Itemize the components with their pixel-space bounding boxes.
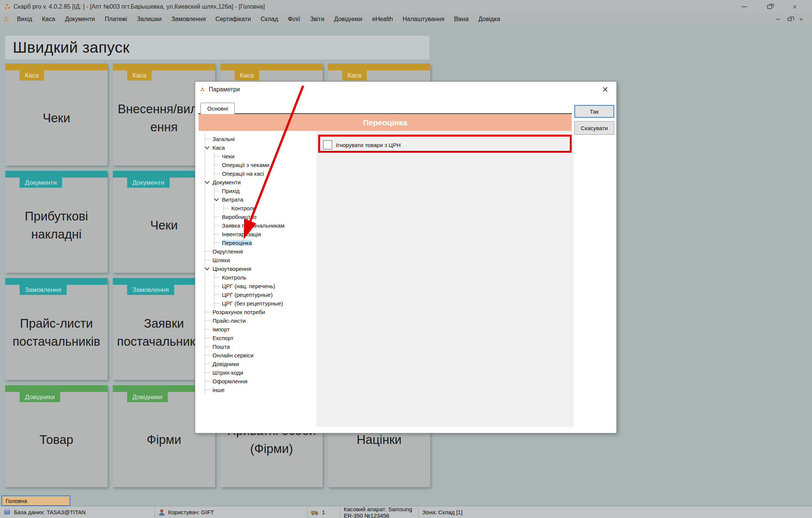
tree-item[interactable]: Витрата <box>214 195 316 204</box>
menu-item[interactable]: Замовлення <box>167 16 211 23</box>
dialog-close-icon[interactable]: × <box>599 85 611 95</box>
tree-item-label: Операції з чеками <box>222 162 269 168</box>
tree-item[interactable]: Контроль <box>214 273 316 282</box>
tree-item[interactable]: Інвентаризація <box>214 230 316 238</box>
tile-label: Товар <box>5 392 108 487</box>
tile-label: Чеки <box>5 70 108 166</box>
tree-item[interactable]: Документи <box>205 178 316 187</box>
ignore-crn-checkbox[interactable] <box>323 140 332 149</box>
tree-item[interactable]: Операції на касі <box>214 169 316 178</box>
tab-osnovni[interactable]: Основні <box>200 103 235 114</box>
chevron-down-icon[interactable] <box>205 144 209 149</box>
menu-item[interactable]: Сертифікати <box>211 16 256 23</box>
tree-item[interactable]: Імпорт <box>205 325 316 334</box>
tree-item[interactable]: Пошта <box>205 342 316 351</box>
restore-icon[interactable] <box>767 5 772 9</box>
status-zone: Зона: Склад [1] <box>419 506 466 518</box>
status-bar: База даних: TASA3@TITAN Користувач: GIFT… <box>0 506 812 518</box>
menu-item[interactable]: Платежі <box>100 16 132 23</box>
menu-bar: ВихідКасаДокументиПлатежіЗалишкиЗамовлен… <box>0 14 812 25</box>
tree-item-label: Операції на касі <box>222 170 264 177</box>
tree-item[interactable]: Чеки <box>214 152 316 161</box>
tree-item[interactable]: Загальні <box>205 135 316 143</box>
cancel-button[interactable]: Скасувати <box>574 121 614 135</box>
tree-item[interactable]: Операції з чеками <box>214 161 316 169</box>
settings-tree: ЗагальніКасаЧекиОперації з чекамиОпераці… <box>199 131 316 427</box>
tree-item-label: Прайс-листи <box>212 317 246 324</box>
tree-item-label: інше <box>212 387 225 393</box>
tree-item[interactable]: Шляхи <box>205 256 316 264</box>
tree-item[interactable]: Виробництво <box>214 213 316 221</box>
tree-item-label: ЦРГ (нац. перечень) <box>222 283 275 289</box>
tile-category-bar <box>5 64 108 70</box>
tile-label: Прайс-листи постачальників <box>5 285 108 380</box>
section-banner-label: Переоцінка <box>363 118 407 127</box>
ok-button-label: Так <box>590 108 598 115</box>
tree-item-label: Довідники <box>212 361 239 367</box>
status-cash-register: Касовий апарат: Samsung ER-350 №123456 <box>340 506 419 518</box>
tree-item-label: Витрата <box>222 196 243 203</box>
tree-item-label: Загальні <box>212 136 235 142</box>
launch-tile[interactable]: КасаЧеки <box>5 64 108 166</box>
minimize-icon[interactable] <box>742 6 747 7</box>
close-icon[interactable]: × <box>792 3 797 11</box>
parameters-dialog: Параметри × Основні Переоцінка ЗагальніК… <box>195 81 617 433</box>
launch-tile[interactable]: ЗамовленняПрайс-листи постачальників <box>5 278 108 380</box>
tree-item[interactable]: Округлення <box>205 247 316 256</box>
taskbar-tab-home[interactable]: Головна <box>2 495 70 506</box>
menu-item[interactable]: Каса <box>37 16 60 23</box>
tree-item-label: Імпорт <box>212 326 230 333</box>
tree-item[interactable]: Довідники <box>205 360 316 368</box>
mdi-close-icon[interactable]: × <box>799 16 803 23</box>
status-zone-text: Зона: Склад [1] <box>422 509 463 515</box>
chevron-down-icon[interactable] <box>214 196 219 201</box>
database-icon <box>4 509 11 516</box>
ok-button[interactable]: Так <box>574 105 614 118</box>
chevron-down-icon[interactable] <box>205 179 209 184</box>
tree-item[interactable]: Оформлення <box>205 377 316 386</box>
tree-item[interactable]: Заявка постачальникам <box>214 221 316 230</box>
menu-item[interactable]: Налаштування <box>398 16 449 23</box>
tree-item[interactable]: Прихід <box>214 187 316 195</box>
menu-item[interactable]: Довідники <box>329 16 367 23</box>
tree-item[interactable]: інше <box>205 386 316 394</box>
tree-item-label: Каса <box>212 144 225 151</box>
tree-item[interactable]: Ціноутворення <box>205 264 316 273</box>
tree-item[interactable]: Прайс-листи <box>205 316 316 325</box>
tree-item[interactable]: Розрахунок потреби <box>205 308 316 316</box>
menu-item[interactable]: Звіти <box>305 16 329 23</box>
tile-category-bar <box>5 171 108 178</box>
tree-item[interactable]: Онлайн сервіси <box>205 351 316 360</box>
tree-item[interactable]: Переоцінка <box>214 238 316 247</box>
tree-item-label: Округлення <box>212 248 243 255</box>
tab-label: Основні <box>207 105 228 112</box>
tree-item-label: Оформлення <box>212 378 247 384</box>
tree-item-label: Прихід <box>222 188 240 194</box>
tree-item[interactable]: Експорт <box>205 334 316 342</box>
tree-item-label: Ціноутворення <box>212 266 251 272</box>
tree-item[interactable]: ЦРГ (рецептурные) <box>214 290 316 299</box>
tile-category-bar <box>5 385 108 392</box>
tree-item-label: Штрих-коди <box>212 369 243 376</box>
menu-item[interactable]: eHealth <box>367 16 398 23</box>
tree-item[interactable]: ЦРГ (без рецептурные) <box>214 299 316 308</box>
menu-item[interactable]: Склад <box>256 16 283 23</box>
menu-item[interactable]: Документи <box>60 16 100 23</box>
menu-item[interactable]: Вікна <box>449 16 474 23</box>
mdi-minimize-icon[interactable] <box>776 19 780 20</box>
tree-item[interactable]: ЦРГ (нац. перечень) <box>214 282 316 290</box>
menu-item[interactable]: Вихід <box>12 16 37 23</box>
menu-item[interactable]: Залишки <box>132 16 167 23</box>
tree-item-label: Розрахунок потреби <box>212 309 265 315</box>
chevron-down-icon[interactable] <box>205 266 209 270</box>
menu-item[interactable]: Філії <box>283 16 305 23</box>
tree-item[interactable]: Штрих-коди <box>205 368 316 377</box>
window-title: Скарб pro v. 4.0.2.85 [ІД: ] - [Апт №003… <box>14 3 265 10</box>
dialog-title-bar[interactable]: Параметри × <box>195 82 616 97</box>
tree-item[interactable]: Каса <box>205 143 316 152</box>
launch-tile[interactable]: ДовідникиТовар <box>5 385 108 487</box>
mdi-restore-icon[interactable] <box>788 18 792 21</box>
menu-item[interactable]: Довідка <box>474 16 505 23</box>
launch-tile[interactable]: ДокументиПрибуткові накладні <box>5 171 108 273</box>
tree-item[interactable]: Контроль <box>224 204 316 213</box>
